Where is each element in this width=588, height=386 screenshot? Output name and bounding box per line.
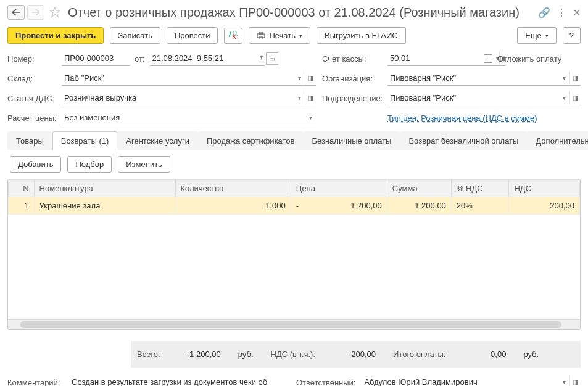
tab-cashless-return[interactable]: Возврат безналичной оплаты	[400, 131, 527, 150]
postpone-label: Отложить оплату	[497, 54, 561, 64]
paid-label: Итого оплаты:	[393, 350, 445, 359]
printer-icon	[257, 32, 265, 39]
mode-icon[interactable]: ▭	[266, 52, 278, 65]
chevron-down-icon: ▾	[545, 33, 549, 39]
cell-vatp: 20%	[451, 197, 509, 215]
tab-agent[interactable]: Агентские услуги	[117, 131, 198, 150]
total-value: -1 200,00	[178, 350, 221, 359]
chevron-down-icon[interactable]: ▾	[558, 91, 569, 105]
open-icon[interactable]: ◨	[569, 375, 581, 386]
nav-back-button[interactable]	[7, 5, 25, 20]
comment-input[interactable]	[69, 375, 285, 386]
vat-label: НДС (в т.ч.):	[271, 350, 316, 359]
tab-returns[interactable]: Возвраты (1)	[52, 131, 118, 150]
col-qty[interactable]: Количество	[175, 180, 291, 197]
open-icon[interactable]: ◨	[569, 71, 581, 86]
open-icon[interactable]: ◨	[305, 71, 316, 86]
warehouse-label: Склад:	[7, 74, 57, 83]
currency: руб.	[238, 350, 254, 359]
col-price[interactable]: Цена	[291, 180, 387, 197]
col-vat[interactable]: НДС	[509, 180, 580, 197]
col-sum[interactable]: Сумма	[387, 180, 451, 197]
tab-cert[interactable]: Продажа сертификатов	[198, 131, 304, 150]
cell-sum: 1 200,00	[387, 197, 451, 215]
pricecalc-label: Расчет цены:	[7, 113, 57, 123]
price-type-link[interactable]: Тип цен: Розничная цена (НДС в сумме)	[387, 113, 537, 123]
print-button[interactable]: Печать▾	[249, 27, 310, 44]
currency: руб.	[523, 350, 539, 359]
main-toolbar: Провести и закрыть Записать Провести ДтК…	[7, 25, 581, 51]
cell-vat: 200,00	[509, 197, 580, 215]
tab-cashless[interactable]: Безналичные оплаты	[304, 131, 400, 150]
tab-extra[interactable]: Дополнительно	[527, 131, 588, 150]
cell-price-prefix: -	[296, 201, 299, 210]
paid-value: 0,00	[463, 350, 506, 359]
pricecalc-input[interactable]	[62, 110, 305, 125]
cell-price: -1 200,00	[291, 197, 387, 215]
org-label: Организация:	[322, 74, 383, 83]
cell-qty: 1,000	[175, 197, 291, 215]
col-nom[interactable]: Номенклатура	[34, 180, 175, 197]
org-input[interactable]	[387, 71, 558, 86]
chevron-down-icon[interactable]: ▾	[294, 91, 305, 105]
responsible-input[interactable]	[362, 375, 558, 386]
svg-text:Кт: Кт	[232, 32, 238, 40]
h-scrollbar[interactable]	[8, 319, 580, 329]
postpone-checkbox[interactable]	[484, 54, 492, 63]
cash-input[interactable]	[387, 51, 496, 66]
dtkt-button[interactable]: ДтКт	[224, 28, 242, 44]
edit-button[interactable]: Изменить	[118, 156, 170, 173]
save-button[interactable]: Записать	[110, 27, 160, 44]
vat-value: -200,00	[333, 350, 376, 359]
open-icon[interactable]: ◨	[305, 91, 316, 105]
chevron-down-icon[interactable]: ▾	[558, 71, 569, 86]
cash-label: Счет кассы:	[322, 54, 383, 64]
more-button[interactable]: Еще▾	[517, 27, 556, 44]
division-input[interactable]	[387, 91, 558, 105]
chevron-down-icon[interactable]: ▾	[558, 375, 569, 386]
division-label: Подразделение:	[322, 94, 383, 103]
col-n[interactable]: N	[9, 180, 35, 197]
egais-button[interactable]: Выгрузить в ЕГАИС	[317, 27, 406, 44]
total-label: Всего:	[137, 350, 160, 359]
warehouse-input[interactable]	[62, 71, 294, 86]
kebab-icon[interactable]: ⋮	[557, 7, 566, 18]
svg-rect-3	[259, 32, 263, 34]
link-icon[interactable]: 🔗	[538, 7, 550, 18]
grid-toolbar: Добавить Подбор Изменить	[7, 150, 581, 179]
totals-bar: Всего: -1 200,00 руб. НДС (в т.ч.): -200…	[131, 341, 581, 368]
scroll-thumb[interactable]	[20, 321, 561, 328]
table-row[interactable]: 1 Украшение зала 1,000 -1 200,00 1 200,0…	[9, 197, 580, 215]
number-input[interactable]	[62, 51, 130, 66]
cell-nom: Украшение зала	[34, 197, 175, 215]
nav-forward-button[interactable]	[27, 5, 44, 20]
chevron-down-icon: ▾	[299, 33, 302, 39]
help-button[interactable]: ?	[563, 27, 581, 44]
titlebar: Отчет о розничных продажах ПР00-000003 о…	[7, 2, 581, 25]
date-input[interactable]	[150, 51, 259, 66]
grid-wrap: N Номенклатура Количество Цена Сумма % Н…	[7, 179, 581, 330]
tab-goods[interactable]: Товары	[7, 131, 52, 150]
star-icon[interactable]	[49, 7, 60, 18]
more-label: Еще	[525, 31, 541, 40]
submit-button[interactable]: Провести	[167, 27, 218, 44]
open-icon[interactable]: ◨	[569, 91, 581, 105]
dds-label: Статья ДДС:	[7, 94, 57, 103]
col-vatp[interactable]: % НДС	[451, 180, 509, 197]
comment-label: Комментарий:	[7, 378, 63, 387]
window-title: Отчет о розничных продажах ПР00-000003 о…	[68, 6, 536, 20]
calendar-icon[interactable]: 🗓	[259, 51, 265, 66]
from-label: от:	[135, 54, 145, 64]
chevron-down-icon[interactable]: ▾	[305, 110, 316, 125]
dds-input[interactable]	[62, 91, 294, 105]
submit-close-button[interactable]: Провести и закрыть	[7, 27, 104, 44]
returns-grid[interactable]: N Номенклатура Количество Цена Сумма % Н…	[8, 179, 580, 215]
close-icon[interactable]: ✕	[573, 7, 581, 18]
grid-empty-area[interactable]	[8, 215, 580, 319]
chevron-down-icon[interactable]: ▾	[294, 71, 305, 86]
cell-n: 1	[9, 197, 35, 215]
fields-panel: Номер: от: 🗓 ▭ Счет кассы: ▾◨ Отложить о…	[7, 51, 581, 131]
select-button[interactable]: Подбор	[67, 156, 112, 173]
add-button[interactable]: Добавить	[10, 156, 61, 173]
cell-price-value: 1 200,00	[350, 201, 382, 210]
